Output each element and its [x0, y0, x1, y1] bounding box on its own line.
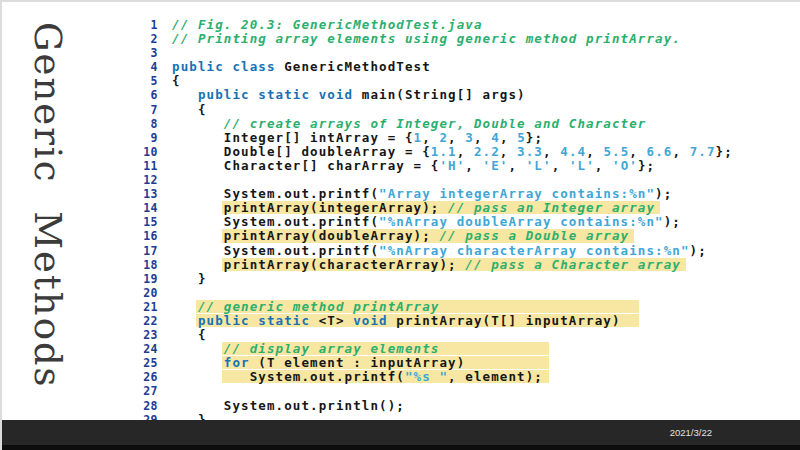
- code-seg-str: "%nArray characterArray contains:%n": [379, 243, 690, 258]
- code-text: printArray(doubleArray); // pass a Doubl…: [172, 228, 634, 243]
- code-seg-pln: ,: [629, 144, 646, 159]
- code-seg-pln: ,: [552, 158, 569, 173]
- code-seg-pln: GenericMethodTest: [276, 59, 431, 74]
- code-seg-str: 'O': [612, 158, 638, 173]
- code-line: 20: [2, 286, 733, 300]
- indent: [172, 327, 198, 342]
- code-text: Double[] doubleArray = {1.1, 2.2, 3.3, 4…: [172, 144, 733, 159]
- indent: [172, 186, 224, 201]
- code-seg-str: 6.6: [647, 144, 673, 159]
- code-seg-pln: System.out.printf(: [224, 186, 379, 201]
- code-text: System.out.printf("%s ", element);: [172, 369, 549, 384]
- code-seg-pln: Character[] charArray = {: [224, 158, 440, 173]
- code-line: 28 System.out.println();: [2, 399, 733, 413]
- code-seg-cmt: // Printing array elements using generic…: [172, 31, 681, 46]
- code-line: 12: [2, 173, 733, 187]
- code-text: // generic method printArray: [172, 299, 639, 314]
- code-seg-str: "Array integerArray contains:%n": [379, 186, 655, 201]
- code-seg-pln: ,: [448, 130, 465, 145]
- code-text: System.out.printf("%nArray doubleArray c…: [172, 214, 681, 229]
- code-seg-str: 'H': [439, 158, 465, 173]
- code-seg-pln: System.out.printf(: [224, 243, 379, 258]
- line-number: 23: [2, 329, 158, 342]
- code-seg-pln: {: [172, 73, 181, 88]
- code-text: {: [172, 102, 207, 117]
- code-seg-pln: [310, 87, 319, 102]
- code-line: 11 Character[] charArray = {'H', 'E', 'L…: [2, 159, 733, 173]
- code-text: public class GenericMethodTest: [172, 59, 431, 74]
- highlight-band: public static <T> void printArray(T[] in…: [196, 314, 639, 327]
- code-seg-str: 'L': [569, 158, 595, 173]
- code-seg-cmt: // pass a Character array: [465, 257, 681, 272]
- code-seg-kw: public: [198, 313, 250, 328]
- line-number: 17: [2, 245, 158, 258]
- code-seg-kw: void: [319, 87, 354, 102]
- code-seg-pln: }: [198, 271, 207, 286]
- indent: [172, 144, 224, 159]
- indent: [172, 243, 224, 258]
- code-text: Integer[] intArray = {1, 2, 3, 4, 5};: [172, 130, 543, 145]
- highlight-band: printArray(doubleArray); // pass a Doubl…: [222, 229, 634, 242]
- code-seg-pln: ,: [457, 144, 474, 159]
- line-number: 21: [2, 301, 158, 314]
- line-number: 20: [2, 287, 158, 300]
- code-line: 14 printArray(integerArray); // pass an …: [2, 201, 733, 215]
- code-text: System.out.printf("%nArray characterArra…: [172, 243, 707, 258]
- code-seg-pln: , element);: [448, 369, 543, 384]
- code-seg-str: 'E': [483, 158, 509, 173]
- code-seg-kw: public: [172, 59, 224, 74]
- highlight-band: // display array elements: [222, 342, 549, 355]
- code-line: 13 System.out.printf("Array integerArray…: [2, 187, 733, 201]
- line-number: 1: [2, 19, 158, 32]
- indent: [172, 398, 224, 413]
- code-seg-pln: };: [526, 130, 543, 145]
- code-line: 5{: [2, 74, 733, 88]
- code-text: System.out.printf("Array integerArray co…: [172, 186, 672, 201]
- line-number: 10: [2, 146, 158, 159]
- code-seg-str: 5.5: [603, 144, 629, 159]
- code-seg-pln: printArray(integerArray);: [224, 200, 448, 215]
- code-line: 9 Integer[] intArray = {1, 2, 3, 4, 5};: [2, 131, 733, 145]
- code-seg-pln: );: [664, 214, 681, 229]
- code-line: 24 // display array elements: [2, 342, 733, 356]
- footer-bar: 2021/3/22: [2, 420, 800, 450]
- code-seg-kw: static: [258, 87, 310, 102]
- code-seg-pln: );: [655, 186, 672, 201]
- code-seg-pln: System.out.printf(: [224, 214, 379, 229]
- code-text: printArray(characterArray); // pass a Ch…: [172, 257, 686, 272]
- indent: [172, 313, 198, 328]
- indent: [172, 228, 224, 243]
- code-text: Character[] charArray = {'H', 'E', 'L', …: [172, 158, 655, 173]
- code-text: public static <T> void printArray(T[] in…: [172, 313, 639, 328]
- code-seg-pln: ,: [543, 144, 560, 159]
- code-seg-pln: Integer[] intArray = {: [224, 130, 414, 145]
- code-seg-pln: <T>: [310, 313, 353, 328]
- indent: [172, 130, 224, 145]
- code-seg-cmt: // display array elements: [224, 341, 440, 356]
- code-text: // Fig. 20.3: GenericMethodTest.java: [172, 17, 483, 32]
- code-line: 3: [2, 46, 733, 60]
- footer-date: 2021/3/22: [670, 427, 712, 438]
- code-text: }: [172, 271, 207, 286]
- code-line: 25 for (T element : inputArray): [2, 356, 733, 370]
- code-seg-pln: printArray(characterArray);: [224, 257, 466, 272]
- line-number: 15: [2, 216, 158, 229]
- code-line: 15 System.out.printf("%nArray doubleArra…: [2, 215, 733, 229]
- highlight-band: for (T element : inputArray): [222, 356, 549, 369]
- code-seg-pln: main(String[] args): [353, 87, 526, 102]
- line-number: 22: [2, 315, 158, 328]
- code-line: 6 public static void main(String[] args): [2, 88, 733, 102]
- line-number: 7: [2, 104, 158, 117]
- code-seg-str: 3.3: [517, 144, 543, 159]
- code-seg-pln: );: [690, 243, 707, 258]
- line-number: 25: [2, 357, 158, 370]
- highlight-band: System.out.printf("%s ", element);: [222, 370, 549, 383]
- code-text: public static void main(String[] args): [172, 87, 526, 102]
- indent: [172, 341, 224, 356]
- line-number: 28: [2, 400, 158, 413]
- indent: [172, 158, 224, 173]
- line-number: 24: [2, 343, 158, 356]
- code-text: System.out.println();: [172, 398, 405, 413]
- code-line: 18 printArray(characterArray); // pass a…: [2, 258, 733, 272]
- code-listing: 1// Fig. 20.3: GenericMethodTest.java2//…: [2, 18, 733, 441]
